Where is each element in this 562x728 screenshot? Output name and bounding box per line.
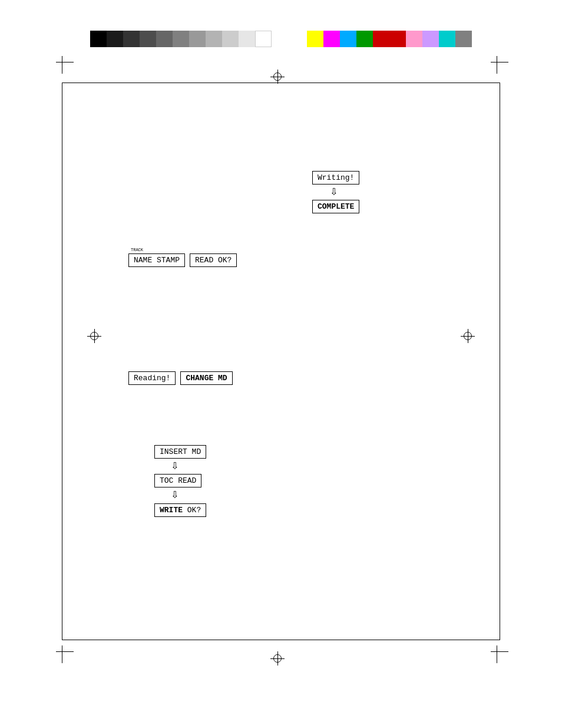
reg-mark-bottom-right-h bbox=[491, 651, 508, 652]
reg-mark-bottom-right-v bbox=[497, 645, 497, 663]
grayscale-bar bbox=[90, 31, 272, 47]
change-md-label: CHANGE MD bbox=[186, 374, 227, 383]
color-swatch-lavender bbox=[422, 31, 439, 47]
reading-label: Reading! bbox=[134, 374, 170, 383]
gs-swatch-7 bbox=[189, 31, 206, 47]
reg-mark-top-left-h bbox=[56, 62, 74, 62]
gs-swatch-5 bbox=[156, 31, 173, 47]
read-ok-display: READ OK? bbox=[190, 253, 237, 267]
arrow-toc-to-write: ⇩ bbox=[171, 487, 178, 503]
arrow-writing-to-complete: ⇩ bbox=[330, 185, 338, 200]
track-label: TRACK bbox=[131, 248, 143, 252]
color-swatch-red2 bbox=[389, 31, 406, 47]
complete-label: COMPLETE bbox=[318, 202, 354, 211]
gs-swatch-2 bbox=[107, 31, 123, 47]
arrow-insert-to-toc: ⇩ bbox=[171, 459, 178, 474]
gs-swatch-8 bbox=[206, 31, 222, 47]
gs-swatch-10 bbox=[239, 31, 255, 47]
name-stamp-wrapper: TRACK NAME STAMP bbox=[128, 253, 185, 267]
gs-swatch-9 bbox=[222, 31, 239, 47]
color-swatch-magenta bbox=[323, 31, 340, 47]
insert-toc-write-group: INSERT MD ⇩ TOC READ ⇩ WRITE OK? bbox=[154, 445, 206, 517]
reading-display: Reading! bbox=[128, 371, 176, 385]
insert-md-label: INSERT MD bbox=[160, 447, 201, 456]
page-border-top bbox=[62, 83, 500, 83]
reg-mark-top-right-v bbox=[497, 56, 497, 74]
page-border-right bbox=[500, 83, 500, 640]
gs-swatch-11 bbox=[255, 31, 272, 47]
writing-display: Writing! bbox=[312, 171, 359, 185]
reg-mark-top-right-h bbox=[491, 62, 508, 62]
writing-label: Writing! bbox=[318, 173, 354, 182]
name-stamp-group: TRACK NAME STAMP READ OK? bbox=[128, 253, 237, 267]
color-swatch-gray bbox=[455, 31, 472, 47]
read-ok-label: READ OK? bbox=[195, 256, 232, 265]
complete-display: COMPLETE bbox=[312, 200, 359, 213]
change-md-display: CHANGE MD bbox=[180, 371, 232, 385]
gs-swatch-6 bbox=[173, 31, 189, 47]
color-swatch-teal bbox=[439, 31, 455, 47]
gs-swatch-3 bbox=[123, 31, 140, 47]
write-label: WRITE bbox=[160, 506, 183, 515]
insert-md-display: INSERT MD bbox=[154, 445, 206, 459]
color-swatch-pink bbox=[406, 31, 422, 47]
color-bar bbox=[307, 31, 472, 47]
toc-read-display: TOC READ bbox=[154, 474, 201, 487]
page-border-bottom bbox=[62, 640, 500, 640]
color-swatch-red bbox=[373, 31, 389, 47]
color-swatch-cyan bbox=[340, 31, 356, 47]
color-swatch-green bbox=[356, 31, 373, 47]
write-ok-display: WRITE OK? bbox=[154, 503, 206, 517]
name-stamp-label: NAME STAMP bbox=[134, 256, 180, 265]
reg-mark-bottom-left-v bbox=[62, 645, 62, 663]
reading-change-group: Reading! CHANGE MD bbox=[128, 371, 233, 385]
color-bars-container bbox=[0, 31, 562, 47]
toc-read-label: TOC READ bbox=[160, 476, 196, 485]
reg-mark-bottom-left-h bbox=[56, 651, 74, 652]
name-stamp-display: NAME STAMP bbox=[128, 253, 185, 267]
gs-swatch-4 bbox=[140, 31, 156, 47]
write-ok-label: OK? bbox=[183, 506, 201, 515]
reg-mark-top-left-v bbox=[62, 56, 62, 74]
gs-swatch-1 bbox=[90, 31, 107, 47]
page-border-left bbox=[62, 83, 62, 640]
color-swatch-yellow bbox=[307, 31, 323, 47]
writing-complete-group: Writing! ⇩ COMPLETE bbox=[312, 171, 359, 213]
